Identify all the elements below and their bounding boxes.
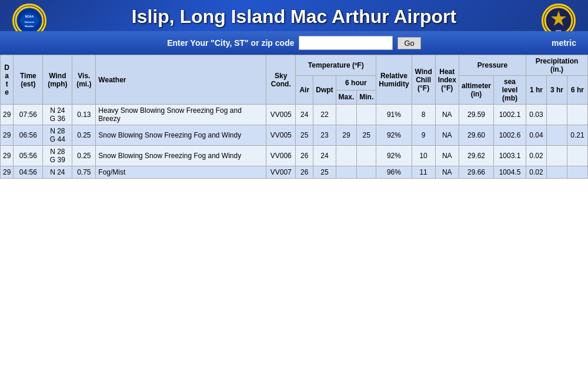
cell-p1: 0.04 [526,125,547,146]
cell-air: 26 [296,166,313,179]
data-table-wrapper: Date Time(est) Wind(mph) Vis.(mi.) Weath… [0,55,588,179]
cell-time: 07:56 [14,105,43,125]
svg-text:National: National [25,21,34,24]
table-row: 2907:56N 24G 360.13Heavy Snow Blowing Sn… [1,105,588,125]
cell-time: 04:56 [14,166,43,179]
cell-weather: Heavy Snow Blowing Snow Freezing Fog and… [96,105,266,125]
cell-wc: 9 [412,125,435,146]
cell-air: 25 [296,125,313,146]
cell-rh: 92% [376,125,412,146]
cell-weather: Snow Blowing Snow Freezing Fog and Windy [96,146,266,166]
metric-label: metric [552,38,576,48]
cell-rh: 96% [376,166,412,179]
search-label: Enter Your "City, ST" or zip code [167,38,294,48]
page-title: Islip, Long Island Mac Arthur Airport [0,6,588,28]
cell-p1: 0.03 [526,105,547,125]
col-p6hr: 6 hr [567,76,588,105]
col-slp: sealevel(mb) [494,76,526,105]
col-vis: Vis.(mi.) [72,55,96,105]
page-header: NOAA National Weather Islip, Long Island… [0,0,588,31]
cell-p6: 0.21 [567,125,588,146]
cell-slp: 1003.1 [494,146,526,166]
col-min: Min. [357,90,376,105]
cell-p3 [547,146,567,166]
col-p1hr: 1 hr [526,76,547,105]
cell-sky: VV005 [266,125,296,146]
cell-dwpt: 22 [313,105,336,125]
col-date: Date [1,55,14,105]
cell-wind: N 24G 36 [43,105,72,125]
cell-alt: 29.59 [459,105,493,125]
cell-min [357,105,376,125]
cell-alt: 29.62 [459,146,493,166]
col-6hour: 6 hour [336,76,376,91]
col-dwpt: Dwpt [313,76,336,105]
cell-max [336,166,357,179]
cell-min: 25 [357,125,376,146]
cell-max [336,105,357,125]
col-weather: Weather [96,55,266,105]
col-time: Time(est) [14,55,43,105]
col-air: Air [296,76,313,105]
cell-hi: NA [435,146,459,166]
cell-min [357,166,376,179]
cell-time: 06:56 [14,125,43,146]
cell-wind: N 24 [43,166,72,179]
cell-vis: 0.75 [72,166,96,179]
cell-time: 05:56 [14,146,43,166]
col-group-precip: Precipitation (in.) [526,55,588,76]
cell-slp: 1002.6 [494,125,526,146]
cell-min [357,146,376,166]
cell-p3 [547,125,567,146]
cell-weather: Snow Blowing Snow Freezing Fog and Windy [96,125,266,146]
cell-air: 24 [296,105,313,125]
cell-wc: 10 [412,146,435,166]
cell-p3 [547,105,567,125]
cell-p6 [567,146,588,166]
col-group-pressure: Pressure [459,55,526,76]
cell-dwpt: 25 [313,166,336,179]
cell-max [336,146,357,166]
cell-p6 [567,105,588,125]
cell-sky: VV006 [266,146,296,166]
weather-table: Date Time(est) Wind(mph) Vis.(mi.) Weath… [0,55,588,179]
col-wind: Wind(mph) [43,55,72,105]
cell-vis: 0.25 [72,125,96,146]
col-group-temp: Temperature (ºF) [296,55,376,76]
cell-weather: Fog/Mist [96,166,266,179]
cell-air: 26 [296,146,313,166]
cell-dwpt: 23 [313,125,336,146]
cell-p1: 0.02 [526,166,547,179]
cell-rh: 92% [376,146,412,166]
cell-hi: NA [435,166,459,179]
search-input[interactable] [299,36,393,50]
cell-slp: 1004.5 [494,166,526,179]
cell-date: 29 [1,166,14,179]
cell-date: 29 [1,105,14,125]
svg-text:NOAA: NOAA [25,15,34,18]
col-rh: RelativeHumidity [376,55,412,105]
cell-wind: N 28G 39 [43,146,72,166]
table-row: 2904:56N 240.75Fog/MistVV007262596%11NA2… [1,166,588,179]
col-max: Max. [336,90,357,105]
cell-vis: 0.13 [72,105,96,125]
col-wc: WindChill(°F) [412,55,435,105]
cell-sky: VV005 [266,105,296,125]
col-altimeter: altimeter(in) [459,76,493,105]
cell-p3 [547,166,567,179]
cell-hi: NA [435,125,459,146]
cell-slp: 1002.1 [494,105,526,125]
cell-max: 29 [336,125,357,146]
cell-p1: 0.02 [526,146,547,166]
cell-hi: NA [435,105,459,125]
go-button[interactable]: Go [397,37,420,49]
col-hi: HeatIndex(°F) [435,55,459,105]
cell-dwpt: 24 [313,146,336,166]
cell-wc: 11 [412,166,435,179]
search-bar: Enter Your "City, ST" or zip code Go met… [0,31,588,55]
cell-wind: N 28G 44 [43,125,72,146]
cell-alt: 29.66 [459,166,493,179]
cell-alt: 29.60 [459,125,493,146]
svg-text:Weather: Weather [25,25,34,28]
cell-vis: 0.25 [72,146,96,166]
